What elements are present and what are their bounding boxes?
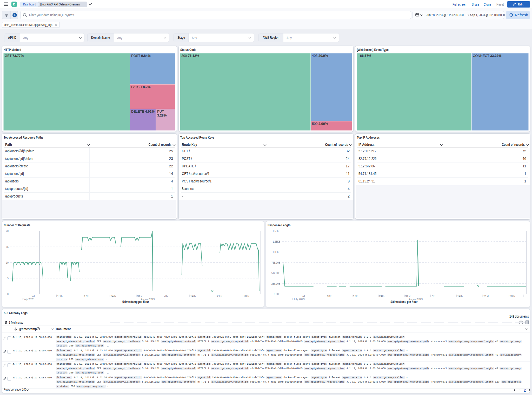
svg-text:1.25KB: 1.25KB [273,240,281,243]
svg-text:10: 10 [6,261,9,264]
svg-text:10th: 10th [327,295,332,298]
svg-text:24th: 24th [110,295,116,298]
svg-text:512.00B: 512.00B [271,271,281,275]
svg-text:28th: 28th [510,295,515,298]
svg-text:5: 5 [7,277,9,280]
svg-text:3rd: 3rd [301,295,305,298]
svg-text:@timestamp per hour: @timestamp per hour [122,300,149,304]
svg-text:17th: 17th [84,295,89,298]
svg-text:7th: 7th [164,295,168,298]
svg-text:15: 15 [6,245,9,248]
svg-text:31st: 31st [137,295,143,298]
svg-text:0: 0 [7,292,9,296]
svg-text:July 2023: July 2023 [293,298,304,301]
svg-text:3rd: 3rd [31,295,35,298]
svg-text:1.50KB: 1.50KB [273,229,281,233]
svg-text:0.00B: 0.00B [274,292,281,296]
svg-text:24th: 24th [379,295,384,298]
svg-text:21st: 21st [483,295,489,298]
svg-text:768.00B: 768.00B [271,261,281,264]
svg-text:28th: 28th [244,295,249,298]
svg-text:July 2023: July 2023 [23,298,34,301]
svg-text:1.00KB: 1.00KB [273,250,281,254]
svg-text:10th: 10th [57,295,62,298]
svg-text:14th: 14th [190,295,196,298]
svg-text:17th: 17th [353,295,358,298]
svg-text:21st: 21st [217,295,222,298]
svg-text:14th: 14th [457,295,463,298]
svg-text:7th: 7th [431,295,435,298]
svg-text:256.00B: 256.00B [271,282,281,285]
svg-text:20: 20 [6,229,9,233]
svg-text:31st: 31st [405,295,411,298]
svg-text:@timestamp per hour: @timestamp per hour [390,300,418,304]
